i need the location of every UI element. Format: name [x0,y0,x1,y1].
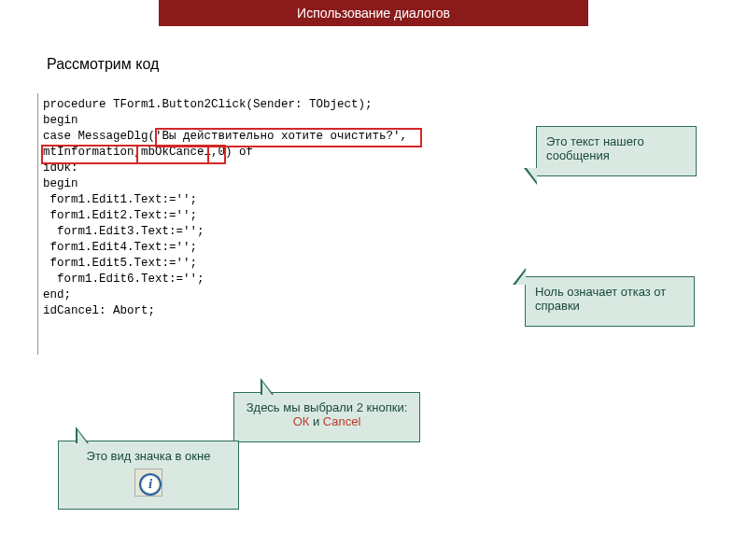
callout-tail-fill [527,168,537,182]
callout-zero-help: Ноль означает отказ от справки [525,276,695,327]
info-icon: i [134,469,162,497]
info-icon-glyph: i [139,473,162,496]
callout-tail-fill [78,430,88,444]
callout-two-buttons: Здесь мы выбрали 2 кнопки: ОК и Cancel [233,392,420,442]
callout-tail-fill [262,382,273,396]
callout-ok: ОК [293,414,310,428]
callout-text: Это вид значка в окне [87,449,211,463]
callout-tail-fill [515,271,526,285]
callout-cancel: Cancel [323,414,360,428]
callout-prefix: Здесь мы выбрали 2 кнопки: [247,400,408,414]
code-panel: procedure TForm1.Button2Click(Sender: TO… [37,93,467,355]
callout-and: и [309,414,323,428]
slide-title-bar: Использование диалогов [159,0,588,26]
slide-title: Использование диалогов [297,6,450,21]
code-left-border [37,93,38,355]
callout-text: Это текст нашего сообщения [546,134,644,162]
callout-icon-kind: Это вид значка в окне i [58,441,239,510]
callout-message-text: Это текст нашего сообщения [536,126,697,176]
highlight-zero [207,145,226,164]
highlight-mbokcancel [136,145,209,164]
callout-text: Ноль означает отказ от справки [535,285,666,313]
highlight-mtinformation [41,145,138,164]
section-heading: Рассмотрим код [47,56,159,73]
